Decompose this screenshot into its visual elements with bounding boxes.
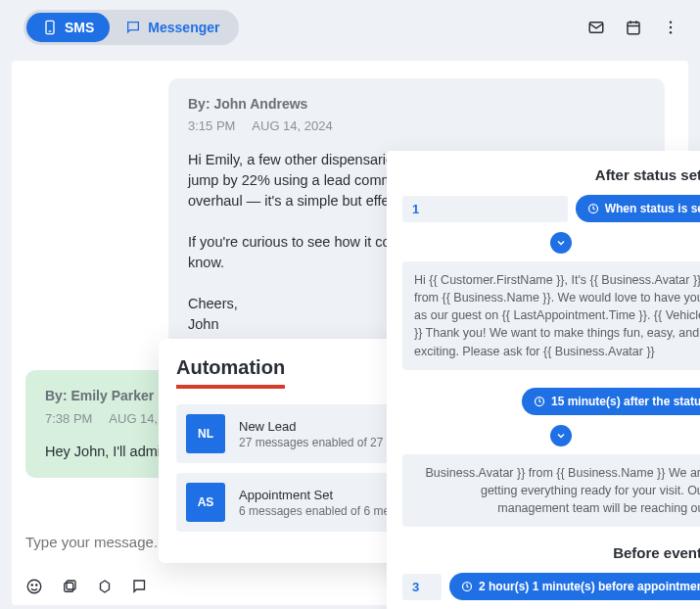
trigger-pill[interactable]: 2 hour(s) 1 minute(s) before appointment xyxy=(449,573,700,600)
message-date: AUG 14, 2024 xyxy=(252,118,332,133)
tab-sms[interactable]: SMS xyxy=(26,13,110,42)
automation-detail-panel: After status set 1 When status is set Hi… xyxy=(387,151,700,609)
tab-messenger[interactable]: Messenger xyxy=(110,13,235,42)
trigger-pill[interactable]: When status is set xyxy=(576,195,700,222)
step-1: 1 When status is set Hi {{ Customer.Firs… xyxy=(402,195,700,370)
svg-rect-14 xyxy=(67,581,75,589)
section-title-before: Before event xyxy=(402,544,700,561)
svg-point-10 xyxy=(27,580,41,593)
svg-rect-3 xyxy=(628,23,639,34)
svg-point-12 xyxy=(36,585,37,586)
top-actions xyxy=(586,18,680,37)
step-2: 15 minute(s) after the status Business.A… xyxy=(402,388,700,527)
svg-point-7 xyxy=(670,22,672,23)
tab-messenger-label: Messenger xyxy=(148,20,219,35)
emoji-icon[interactable] xyxy=(25,578,43,595)
tab-sms-label: SMS xyxy=(65,20,94,35)
template-text: Business.Avatar }} from {{ Business.Name… xyxy=(402,454,700,527)
calendar-icon[interactable] xyxy=(624,18,643,37)
clock-icon xyxy=(534,396,545,407)
attachment-icon[interactable] xyxy=(61,578,78,595)
automation-badge: AS xyxy=(186,483,225,522)
message-meta: 3:15 PM AUG 14, 2024 xyxy=(188,117,645,136)
step-head: 1 When status is set xyxy=(402,195,700,222)
topbar: SMS Messenger xyxy=(0,0,700,55)
more-icon[interactable] xyxy=(661,18,680,37)
step-number: 1 xyxy=(402,196,568,222)
step-number: 3 xyxy=(402,574,442,600)
channel-tabs: SMS Messenger xyxy=(23,10,239,45)
svg-point-8 xyxy=(670,26,672,28)
step-head: 3 2 hour(s) 1 minute(s) before appointme… xyxy=(402,573,700,600)
message-time: 3:15 PM xyxy=(188,118,235,133)
step-3: 3 2 hour(s) 1 minute(s) before appointme… xyxy=(402,573,700,600)
svg-rect-13 xyxy=(65,583,73,591)
svg-rect-0 xyxy=(46,21,54,33)
trigger-pill[interactable]: 15 minute(s) after the status xyxy=(522,388,700,415)
section-title-after: After status set xyxy=(402,166,700,183)
template-icon[interactable] xyxy=(96,578,114,595)
phone-icon xyxy=(42,20,58,35)
automation-title: Automation xyxy=(176,356,285,389)
expand-chevron[interactable] xyxy=(550,425,572,446)
svg-point-11 xyxy=(31,585,32,586)
bookmark-icon[interactable] xyxy=(131,578,149,595)
clock-icon xyxy=(461,581,473,592)
message-author: By: John Andrews xyxy=(188,94,645,114)
trigger-label: When status is set xyxy=(605,202,700,215)
mail-icon[interactable] xyxy=(586,18,606,37)
chat-icon xyxy=(125,20,141,35)
automation-badge: NL xyxy=(186,414,225,453)
message-time: 7:38 PM xyxy=(45,411,92,426)
step-head: 15 minute(s) after the status xyxy=(402,388,700,415)
template-text: Hi {{ Customer.FirstName }}, It's {{ Bus… xyxy=(402,261,700,370)
composer-toolbar xyxy=(25,578,149,595)
trigger-label: 2 hour(s) 1 minute(s) before appointment xyxy=(479,580,700,593)
trigger-label: 15 minute(s) after the status xyxy=(551,395,700,408)
expand-chevron[interactable] xyxy=(550,232,572,254)
clock-icon xyxy=(587,203,599,214)
svg-point-9 xyxy=(670,31,672,33)
